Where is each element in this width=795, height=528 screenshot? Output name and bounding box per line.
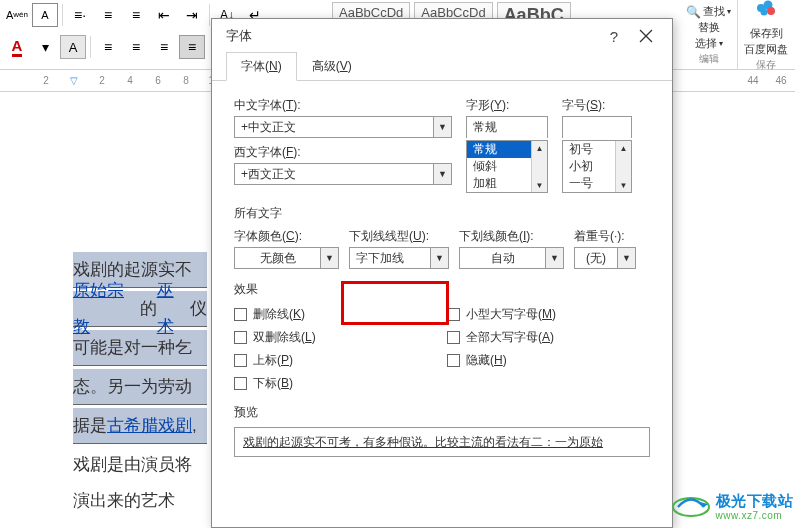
- inc-indent-btn[interactable]: ⇥: [179, 3, 205, 27]
- svg-point-2: [767, 7, 775, 15]
- doc-selected-line[interactable]: 态。另一为劳动: [73, 369, 207, 405]
- chinese-font-label: 中文字体(T):: [234, 97, 452, 114]
- help-button[interactable]: ?: [598, 22, 630, 50]
- ruler-tick: 2: [88, 75, 116, 86]
- underline-color-label: 下划线颜色(I):: [459, 228, 564, 245]
- doc-selected-line[interactable]: 原始宗教的巫术仪: [73, 291, 207, 327]
- ruler-tick: 8: [172, 75, 200, 86]
- bullets-btn[interactable]: ≡·: [67, 3, 93, 27]
- multilevel-btn[interactable]: ≡: [123, 3, 149, 27]
- align-center-btn[interactable]: ≡: [123, 35, 149, 59]
- scrollbar[interactable]: ▲▼: [531, 141, 547, 192]
- font-style-input[interactable]: 常规: [466, 116, 548, 138]
- checkbox-doublestrike[interactable]: 双删除线(L): [234, 329, 437, 346]
- font-style-listbox[interactable]: 常规 倾斜 加粗 ▲▼: [466, 140, 548, 193]
- emphasis-label: 着重号(·):: [574, 228, 636, 245]
- char-border-btn[interactable]: A: [32, 3, 58, 27]
- separator: [62, 4, 63, 26]
- all-text-label: 所有文字: [234, 205, 650, 222]
- underline-color-value: 自动: [460, 250, 545, 267]
- align-left-btn[interactable]: ≡: [95, 35, 121, 59]
- save-cloud-l1[interactable]: 保存到: [750, 26, 783, 41]
- checkbox-smallcaps[interactable]: 小型大写字母(M): [447, 306, 650, 323]
- numbering-btn[interactable]: ≡: [95, 3, 121, 27]
- phonetic-guide-btn[interactable]: Awén: [4, 3, 30, 27]
- checkbox-hidden[interactable]: 隐藏(H): [447, 352, 650, 369]
- chinese-font-value: +中文正文: [235, 119, 433, 136]
- font-color-btn[interactable]: A: [4, 35, 30, 59]
- watermark-logo-icon: [670, 488, 712, 526]
- western-font-label: 西文字体(F):: [234, 144, 452, 161]
- find-btn[interactable]: 🔍查找▾: [686, 4, 731, 19]
- chevron-down-icon[interactable]: ▼: [545, 248, 563, 268]
- baidu-cloud-icon[interactable]: [754, 0, 778, 25]
- right-panel: 🔍查找▾ 替换 选择▾ 编辑 保存到 百度网盘 保存: [680, 0, 795, 70]
- dialog-body: 中文字体(T): +中文正文 ▼ 西文字体(F): +西文正文 ▼ 字形(Y):…: [212, 81, 672, 465]
- checkbox-strike[interactable]: 删除线(K): [234, 306, 437, 323]
- ruler-tick: 46: [767, 75, 795, 86]
- chevron-down-icon[interactable]: ▼: [617, 248, 635, 268]
- preview-box: 戏剧的起源实不可考，有多种假说。比较主流的看法有二：一为原始: [234, 427, 650, 457]
- emphasis-value: (无): [575, 250, 617, 267]
- doc-selected-line[interactable]: 可能是对一种乞: [73, 330, 207, 366]
- font-size-input[interactable]: [562, 116, 632, 138]
- save-cloud-l2[interactable]: 百度网盘: [744, 42, 788, 57]
- align-right-btn[interactable]: ≡: [151, 35, 177, 59]
- separator: [90, 36, 91, 58]
- ruler-tick: 44: [739, 75, 767, 86]
- highlight-btn[interactable]: ▾: [32, 35, 58, 59]
- underline-style-value: 字下加线: [350, 250, 430, 267]
- select-btn[interactable]: 选择▾: [695, 36, 723, 51]
- chevron-down-icon[interactable]: ▼: [433, 164, 451, 184]
- font-color-combo[interactable]: 无颜色 ▼: [234, 247, 339, 269]
- scrollbar[interactable]: ▲▼: [615, 141, 631, 192]
- chevron-down-icon[interactable]: ▼: [433, 117, 451, 137]
- underline-style-combo[interactable]: 字下加线 ▼: [349, 247, 449, 269]
- editing-group-label: 编辑: [699, 52, 719, 66]
- checkbox-subscript[interactable]: 下标(B): [234, 375, 437, 392]
- char-shading-btn[interactable]: A: [60, 35, 86, 59]
- dec-indent-btn[interactable]: ⇤: [151, 3, 177, 27]
- align-justify-btn[interactable]: ≡: [179, 35, 205, 59]
- tab-advanced[interactable]: 高级(V): [297, 52, 367, 81]
- checkbox-allcaps[interactable]: 全部大写字母(A): [447, 329, 650, 346]
- ruler-tick: 4: [116, 75, 144, 86]
- western-font-value: +西文正文: [235, 166, 433, 183]
- underline-color-combo[interactable]: 自动 ▼: [459, 247, 564, 269]
- ruler-marker-icon[interactable]: ▽: [60, 75, 88, 86]
- font-color-label: 字体颜色(C):: [234, 228, 339, 245]
- chevron-down-icon[interactable]: ▼: [320, 248, 338, 268]
- font-style-label: 字形(Y):: [466, 97, 548, 114]
- ruler-tick: 6: [144, 75, 172, 86]
- watermark-name: 极光下载站: [716, 493, 794, 510]
- tab-font[interactable]: 字体(N): [226, 52, 297, 81]
- dialog-title: 字体: [226, 27, 598, 45]
- dialog-tabs: 字体(N) 高级(V): [212, 53, 672, 81]
- dialog-titlebar[interactable]: 字体 ?: [212, 19, 672, 53]
- font-dialog: 字体 ? 字体(N) 高级(V) 中文字体(T): +中文正文 ▼ 西文字体(F…: [211, 18, 673, 528]
- close-button[interactable]: [630, 22, 662, 50]
- watermark: 极光下载站 www.xz7.com: [670, 488, 794, 526]
- chevron-down-icon[interactable]: ▼: [430, 248, 448, 268]
- chinese-font-combo[interactable]: +中文正文 ▼: [234, 116, 452, 138]
- font-color-value: 无颜色: [235, 250, 320, 267]
- font-style-value: 常规: [467, 119, 547, 136]
- underline-style-label: 下划线线型(U):: [349, 228, 449, 245]
- ruler-tick: 2: [32, 75, 60, 86]
- checkbox-superscript[interactable]: 上标(P): [234, 352, 437, 369]
- replace-btn[interactable]: 替换: [698, 20, 720, 35]
- effects-label: 效果: [234, 281, 650, 298]
- watermark-url: www.xz7.com: [716, 510, 794, 521]
- font-size-listbox[interactable]: 初号 小初 一号 ▲▼: [562, 140, 632, 193]
- separator: [209, 4, 210, 26]
- emphasis-combo[interactable]: (无) ▼: [574, 247, 636, 269]
- svg-point-3: [761, 8, 768, 15]
- font-size-label: 字号(S):: [562, 97, 632, 114]
- doc-selected-line[interactable]: 据是古希腊戏剧,: [73, 408, 207, 444]
- preview-label: 预览: [234, 404, 650, 421]
- western-font-combo[interactable]: +西文正文 ▼: [234, 163, 452, 185]
